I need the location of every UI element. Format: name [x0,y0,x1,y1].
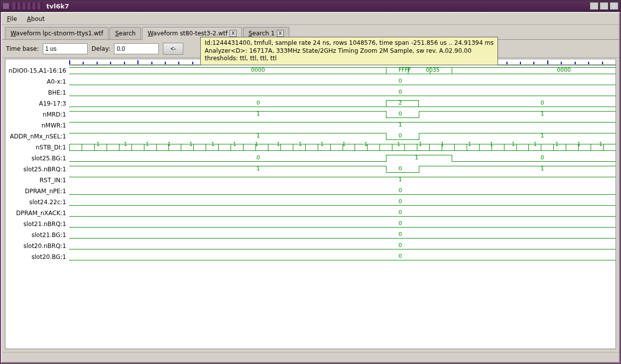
signal-label: RST_IN:1 [5,177,69,184]
tab-close-icon[interactable]: X [230,30,237,37]
signal-track[interactable]: 0 [69,230,616,241]
tab-0[interactable]: Waveform lpc-stnorm-ttys1.wtf [5,27,109,39]
signals-panel: nDIO0-15,A1-16:160000FFFF00350000A0-x:10… [5,65,616,262]
tooltip-line1: Id:1244431400, tmfull, sample rate 24 ns… [205,39,494,47]
signal-row: slot21.BG:10 [5,230,616,241]
signal-row: ADDR_nMx_nSEL:1101 [5,131,616,142]
signal-track[interactable]: 0 [69,251,616,262]
menu-file[interactable]: File [5,14,19,23]
waveform-area[interactable]: nDIO0-15,A1-16:160000FFFF00350000A0-x:10… [5,59,616,349]
app-frame: File About Waveform lpc-stnorm-ttys1.wtf… [1,12,620,363]
signal-track[interactable]: 11111111111111111111111 [69,142,616,153]
signal-row: slot21.nBRQ:10 [5,219,616,230]
wave-value: 0 [398,78,402,84]
minimize-button[interactable]: – [590,2,599,10]
tab-1[interactable]: Search [110,27,141,39]
menu-about[interactable]: About [25,14,47,23]
signal-row: A0-x:10 [5,76,616,87]
signal-track[interactable]: 0 [69,76,616,87]
window-title: tvl6k7 [46,2,590,10]
wave-value: 0 [398,89,402,95]
wave-value: 0 [398,209,402,216]
titlebar: tvl6k7 – ▢ ✕ [0,0,621,12]
signal-track[interactable]: 0 [69,219,616,230]
wave-value: 0 [540,154,544,161]
signal-label: slot21.BG:1 [5,232,69,239]
wave-value: 2 [398,100,402,106]
delay-input[interactable] [114,43,159,54]
wave-value: 1 [256,132,260,139]
signal-label: DPRAM_nXACK:1 [5,210,69,217]
signal-row: slot20.BG:10 [5,251,616,262]
signal-track[interactable]: 1 [69,120,616,131]
wave-value: 0 [398,231,402,238]
maximize-button[interactable]: ▢ [600,2,609,10]
wave-value: 0 [398,187,402,194]
signal-label: slot25.BG:1 [5,155,69,162]
signal-row: slot20.nBRQ:10 [5,241,616,251]
signal-label: nDIO0-15,A1-16:16 [5,67,69,74]
signal-row: nDIO0-15,A1-16:160000FFFF00350000 [5,65,616,76]
signal-track[interactable]: 010 [69,153,616,164]
signal-track[interactable]: 101 [69,131,616,142]
signal-track[interactable]: 101 [69,109,616,120]
signal-label: slot20.nBRQ:1 [5,243,69,249]
signal-track[interactable]: 0 [69,208,616,219]
wave-value: 1 [256,111,260,117]
wave-value: 0 [398,111,402,117]
close-button[interactable]: ✕ [610,2,619,10]
signal-track[interactable]: 0 [69,241,616,251]
signal-track[interactable]: 0 [69,186,616,197]
signal-row: DPRAM_nXACK:10 [5,208,616,219]
wave-value: 1 [540,111,544,117]
nav-prev-button[interactable]: <- [163,43,183,55]
signal-track[interactable]: 101 [69,164,616,175]
wave-value: 0 [398,220,402,227]
signal-track[interactable]: 0 [69,197,616,208]
wave-value: 0000 [557,67,571,73]
signal-label: A0-x:1 [5,78,69,85]
wave-value: 0000 [251,67,265,73]
signal-label: slot21.nBRQ:1 [5,221,69,228]
signal-label: slot20.BG:1 [5,253,69,260]
timebase-input[interactable] [43,43,88,54]
signal-row: nSTB_DI:111111111111111111111111 [5,142,616,153]
wave-value: 0 [398,165,402,172]
wave-value: 0 [398,132,402,139]
titlebar-decoration [12,2,42,9]
wave-value: 0035 [426,67,440,73]
signal-row: slot25.BG:1010 [5,153,616,164]
wave-value: 1 [398,176,402,183]
signal-label: slot24.22c:1 [5,199,69,206]
signal-track[interactable]: 1 [69,175,616,186]
signal-label: A19-17:3 [5,100,69,107]
signal-row: DPRAM_nPE:10 [5,186,616,197]
signal-track[interactable]: 020 [69,98,616,109]
tab-label: Waveform st80-test3-2.wtf [147,30,228,37]
tab-label: Search 1 [248,30,275,37]
wave-value: 0 [398,253,402,259]
signal-track[interactable]: 0000FFFF00350000 [69,65,616,76]
tab-label: Search [115,30,135,37]
signal-row: slot25.nBRQ:1101 [5,164,616,175]
tab-close-icon[interactable]: X [277,30,284,37]
signal-label: ADDR_nMx_nSEL:1 [5,133,69,140]
signal-track[interactable]: 0 [69,87,616,98]
tab-label: Waveform lpc-stnorm-ttys1.wtf [10,30,103,37]
signal-label: BHE:1 [5,89,69,96]
wave-value: 1 [256,165,260,172]
delay-label: Delay: [92,45,111,52]
signal-label: nMRD:1 [5,111,69,118]
wave-value: 0 [256,154,260,161]
wave-value: 0 [398,242,402,248]
signal-label: nMWR:1 [5,122,69,129]
toolbar: Time base: Delay: <- Id:1244431400, tmfu… [2,40,619,58]
signal-row: RST_IN:11 [5,175,616,186]
wave-value: 1 [398,121,402,128]
wave-value: 0 [398,198,402,205]
menubar: File About [2,13,619,25]
tooltip-line2: Analyzer<D>: 16717A, 333MHz State/2GHz T… [205,47,494,55]
wave-value: 0 [256,100,260,106]
signal-label: slot25.nBRQ:1 [5,166,69,173]
wave-value: 1 [540,165,544,172]
